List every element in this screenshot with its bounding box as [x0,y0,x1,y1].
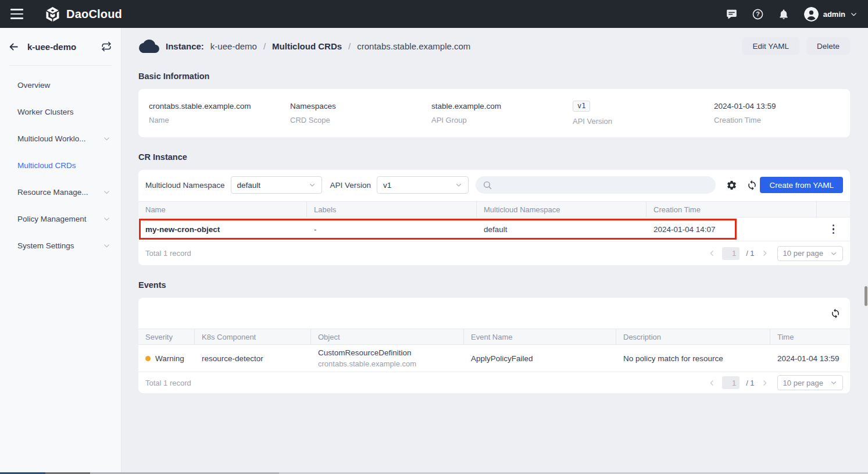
cr-total-records: Total 1 record [145,249,191,258]
events-refresh-icon[interactable] [830,308,841,319]
brand-name: DaoCloud [66,8,122,21]
back-arrow-icon[interactable] [8,41,19,52]
delete-button[interactable]: Delete [806,37,850,55]
cr-instance-title: CR Instance [138,152,850,162]
sidebar-item-overview[interactable]: Overview [0,72,121,98]
sidebar-item-multicloud-crds[interactable]: Multicloud CRDs [0,152,121,179]
page-header: Instance: k-uee-demo / Multicloud CRDs /… [138,28,850,64]
info-field-name: crontabs.stable.example.com Name [149,102,290,124]
breadcrumb-separator: / [348,41,351,51]
page-count: / 1 [746,249,754,258]
next-page-icon[interactable] [761,379,769,387]
row-actions-kebab-icon[interactable] [828,222,840,237]
instance-cloud-icon [138,38,160,55]
menu-toggle-icon[interactable] [10,9,23,19]
events-total-records: Total 1 record [145,379,191,387]
sidebar-item-multicloud-workloads[interactable]: Multicloud Worklo... [0,125,121,152]
info-field-api-version: v1 API Version [573,101,714,126]
info-field-crd-scope: Namespaces CRD Scope [290,102,431,124]
header-actions: Edit YAML Delete [742,37,850,55]
sidebar-item-worker-clusters[interactable]: Worker Clusters [0,98,121,125]
info-field-creation-time: 2024-01-04 13:59 Creation Time [714,102,840,124]
event-description-cell: No policy match for resource [616,354,770,363]
brand: DaoCloud [44,6,122,23]
basic-information-title: Basic Information [138,72,850,81]
sidebar-item-system-settings[interactable]: System Settings [0,232,121,259]
events-toolbar [138,298,850,329]
edit-yaml-button[interactable]: Edit YAML [742,37,799,55]
cr-name-cell[interactable]: my-new-cron-object [138,225,307,234]
cr-pagination: 1 / 1 10 per page [708,246,843,261]
event-name-cell: ApplyPolicyFailed [464,354,616,363]
events-pagination: 1 / 1 10 per page [708,375,843,390]
chevron-down-icon [830,250,837,257]
topbar-actions: ? admin [726,7,858,22]
cr-search [476,176,716,194]
api-version-filter-label: API Version [330,181,372,190]
namespace-select[interactable]: default [231,176,322,194]
cr-table-footer: Total 1 record 1 / 1 10 per page [138,241,850,265]
cr-creation-time-cell: 2024-01-04 14:07 [646,225,817,234]
vertical-scrollbar-thumb[interactable] [865,286,867,306]
topbar: DaoCloud ? admin [0,0,868,28]
notifications-bell-icon[interactable] [778,8,790,20]
api-version-badge: v1 [573,101,590,112]
cr-filter-row: Multicloud Namespace default API Version… [145,176,843,194]
breadcrumb-separator: / [263,41,266,51]
prev-page-icon[interactable] [708,250,716,257]
cr-namespace-cell: default [477,225,646,234]
breadcrumb-item-crd-name: crontabs.stable.example.com [357,41,470,51]
breadcrumb-item-instance[interactable]: k-uee-demo [210,41,257,51]
events-card: Severity K8s Component Object Event Name… [138,298,850,393]
chevron-down-icon [309,181,316,188]
username: admin [823,10,845,19]
cr-search-input[interactable] [497,180,709,190]
chevron-down-icon [103,215,110,223]
cluster-name: k-uee-demo [27,42,93,52]
refresh-icon[interactable] [746,180,758,191]
main-content: Instance: k-uee-demo / Multicloud CRDs /… [122,28,868,474]
prev-page-icon[interactable] [708,379,716,387]
api-version-select[interactable]: v1 [377,176,469,194]
breadcrumb: Instance: k-uee-demo / Multicloud CRDs /… [166,41,470,51]
event-component-cell: resource-detector [195,354,311,363]
messages-icon[interactable] [726,8,738,20]
help-icon[interactable]: ? [752,8,764,20]
namespace-filter-label: Multicloud Namespace [145,181,225,190]
page-size-select[interactable]: 10 per page [777,246,843,261]
events-title: Events [138,280,850,290]
info-field-api-group: stable.example.com API Group [431,102,573,124]
sidebar-nav: Overview Worker Clusters Multicloud Work… [0,66,121,259]
switch-cluster-icon[interactable] [101,41,112,52]
warning-dot-icon [145,356,151,361]
event-severity-cell: Warning [138,354,195,363]
sidebar-item-policy-management[interactable]: Policy Management [0,205,121,232]
next-page-icon[interactable] [761,250,769,257]
events-table-footer: Total 1 record 1 / 1 10 per page [138,372,850,393]
page-count: / 1 [746,379,754,387]
sidebar-item-resource-management[interactable]: Resource Manage... [0,179,121,205]
user-menu[interactable]: admin [804,7,858,22]
cr-table-row[interactable]: my-new-cron-object - default 2024-01-04 … [138,218,850,241]
events-table-header: Severity K8s Component Object Event Name… [138,329,850,345]
chevron-down-icon [455,181,462,188]
chevron-down-icon [103,242,110,250]
page-size-select[interactable]: 10 per page [777,375,843,390]
events-table-row: Warning resource-detector CustomResource… [138,345,850,372]
current-page-input[interactable]: 1 [722,376,740,389]
sidebar: k-uee-demo Overview Worker Clusters Mult… [0,28,122,474]
chevron-down-icon [103,135,110,142]
user-chevron-down-icon [850,10,858,18]
chevron-down-icon [103,188,110,196]
current-page-input[interactable]: 1 [722,247,740,260]
cr-table-header: Name Labels Multicloud Namespace Creatio… [138,201,850,218]
breadcrumb-item-multicloud-crds[interactable]: Multicloud CRDs [272,41,342,51]
chevron-down-icon [830,379,837,386]
cr-labels-cell: - [307,225,477,234]
column-settings-gear-icon[interactable] [726,180,737,191]
search-icon [483,180,492,190]
event-object-cell: CustomResourceDefinition crontabs.stable… [311,348,464,368]
cr-instance-card: Multicloud Namespace default API Version… [138,170,850,265]
event-time-cell: 2024-01-04 13:59 [770,354,850,363]
create-from-yaml-button[interactable]: Create from YAML [760,177,843,193]
